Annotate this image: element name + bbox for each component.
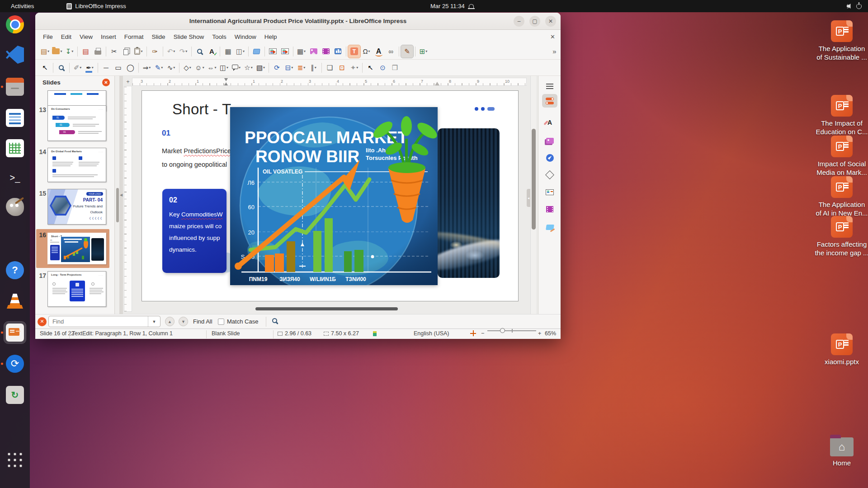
dock-app-grid[interactable] xyxy=(4,449,26,471)
desktop-icon-pptx-4[interactable]: PFactors affecting the income gap ... xyxy=(806,216,868,258)
insert-shape-button[interactable]: ⊞▾ xyxy=(417,45,429,58)
special-character-button[interactable]: Ω▾ xyxy=(360,45,373,58)
dock-terminal[interactable]: >_ xyxy=(4,167,26,188)
lines-and-arrows-button[interactable]: ⇒▾ xyxy=(141,61,153,74)
point-02-box[interactable]: 02 Key CommoditiesW maize prices will co… xyxy=(162,189,226,273)
menu-window[interactable]: Window xyxy=(231,32,260,42)
insert-media-button[interactable] xyxy=(320,45,332,58)
insert-text-box-button[interactable]: T xyxy=(348,45,360,58)
menu-slide-show[interactable]: Slide Show xyxy=(170,32,208,42)
zoom-out-icon[interactable]: − xyxy=(481,330,484,337)
new-presentation-button[interactable]: ▤▾ xyxy=(39,45,51,58)
status-signature[interactable] xyxy=(373,330,377,337)
save-button[interactable]: ↧▾ xyxy=(63,45,75,58)
desktop-icon-pptx-0[interactable]: PThe Application of Sustainable ... xyxy=(806,20,868,62)
zoom-percentage[interactable]: 65% xyxy=(545,330,556,337)
fit-slide-icon[interactable] xyxy=(470,330,476,337)
edit-points-button[interactable]: ↖ xyxy=(364,61,377,74)
window-titlebar[interactable]: International Agricultural Product Price… xyxy=(35,13,561,30)
ellipse-button[interactable]: ◯ xyxy=(124,61,137,74)
export-pdf-button[interactable]: ▤ xyxy=(80,45,92,58)
dock-files[interactable] xyxy=(4,76,26,98)
slide-thumbnail-14[interactable]: On Global Food Markets ···· xyxy=(47,148,106,182)
desktop-icon-home[interactable]: ⌂Home xyxy=(806,437,868,468)
find-previous-button[interactable]: ▲ xyxy=(165,317,175,326)
slide-thumbnail-15[interactable]: YOUR LOGO PART- 04 Future Trends and Out… xyxy=(47,189,106,225)
show-draw-functions-button[interactable]: ✎ xyxy=(401,45,413,58)
rotate-button[interactable]: ⟳ xyxy=(271,61,283,74)
open-button[interactable]: ▾ xyxy=(51,45,63,58)
system-status-menu[interactable] xyxy=(847,0,862,12)
display-views-button[interactable]: ◫▾ xyxy=(234,45,246,58)
sidebar-tab-gallery[interactable] xyxy=(542,134,557,147)
spelling-button[interactable]: A xyxy=(206,45,218,58)
menu-view[interactable]: View xyxy=(75,32,97,42)
city-night-image[interactable] xyxy=(438,128,500,278)
activities-button[interactable]: Activities xyxy=(11,3,34,9)
undo-button[interactable]: ↶▾ xyxy=(165,45,177,58)
slides-panel-scrollbar[interactable] xyxy=(115,76,119,314)
line-color-button[interactable]: ✒▾ xyxy=(84,61,96,74)
vertical-scrollbar[interactable] xyxy=(530,76,536,314)
focused-app-indicator[interactable]: LibreOffice Impress xyxy=(66,3,126,9)
find-input[interactable] xyxy=(49,318,148,325)
dock-chrome[interactable] xyxy=(4,14,26,35)
presentation-settings-button[interactable] xyxy=(279,45,291,58)
toolbar-overflow-button[interactable]: » xyxy=(548,45,561,58)
align-objects-button[interactable]: ⊟▾ xyxy=(283,61,295,74)
sidebar-tab-shapes[interactable] xyxy=(542,168,557,182)
vertical-ruler[interactable] xyxy=(124,86,132,312)
dock-writer[interactable] xyxy=(4,107,26,129)
menu-edit[interactable]: Edit xyxy=(57,32,75,42)
slide-canvas[interactable]: Short - T 01 Market PredictionsPrice to … xyxy=(142,90,519,301)
clock-menu[interactable]: Mar 25 11:34 xyxy=(430,0,474,12)
slides-panel-close-icon[interactable]: ✕ xyxy=(102,79,110,86)
insert-image-button[interactable] xyxy=(307,45,320,58)
dock-calc[interactable] xyxy=(4,137,26,159)
sidebar-tab-properties[interactable] xyxy=(542,94,557,108)
clone-formatting-button[interactable]: ✑ xyxy=(149,45,161,58)
market-growth-image[interactable]: PPOOCAIL MARKET RONOW BIIR lito .Ah Tors… xyxy=(230,107,438,285)
to-foreground-button[interactable]: ❒ xyxy=(389,61,401,74)
insert-chart-button[interactable] xyxy=(332,45,344,58)
zoom-in-icon[interactable]: + xyxy=(538,330,541,337)
horizontal-ruler[interactable]: 32112345678910 xyxy=(132,78,527,86)
zoom-slider[interactable] xyxy=(487,330,536,331)
shadow-button[interactable]: ❏ xyxy=(324,61,336,74)
crop-image-button[interactable]: ⊡ xyxy=(336,61,348,74)
slide-title-textbox[interactable]: Short - T xyxy=(172,101,231,118)
dock-gimp[interactable] xyxy=(4,196,26,218)
slide-thumbnail-16[interactable]: Short - T ···· 01 xyxy=(47,233,106,264)
dock-vscode[interactable] xyxy=(4,44,26,66)
dock-impress[interactable] xyxy=(4,322,26,343)
distribute-button[interactable]: ∥▾ xyxy=(307,61,320,74)
panel-splitter[interactable]: ◀ xyxy=(119,76,123,314)
desktop-icon-pptx-2[interactable]: PImpact of Social Media on Mark... xyxy=(806,136,868,177)
sidebar-tab-navigator[interactable] xyxy=(542,151,557,164)
match-case-checkbox[interactable] xyxy=(218,319,224,325)
gluepoints-button[interactable]: ⊙ xyxy=(377,61,389,74)
minimize-button[interactable]: – xyxy=(514,16,524,27)
print-button[interactable] xyxy=(92,45,104,58)
desktop-icon-pptx-3[interactable]: PThe Application of AI in New En... xyxy=(806,176,868,218)
slide-thumbnail-13[interactable]: On Consumers ···· 01. 02. 03. xyxy=(47,105,106,141)
menu-tools[interactable]: Tools xyxy=(208,32,231,42)
basic-shapes-button[interactable]: ◇▾ xyxy=(181,61,193,74)
find-history-dropdown-icon[interactable]: ▼ xyxy=(148,316,160,327)
find-all-label[interactable]: Find All xyxy=(193,318,212,325)
insert-table-button[interactable]: ▦▾ xyxy=(295,45,307,58)
rectangle-button[interactable]: ▭ xyxy=(112,61,124,74)
paste-button[interactable]: ▾ xyxy=(132,45,145,58)
connectors-button[interactable]: ∿▾ xyxy=(165,61,177,74)
start-slideshow-button[interactable] xyxy=(267,45,279,58)
callout-shapes-button[interactable]: ▾ xyxy=(230,61,242,74)
dock-thunderbird[interactable] xyxy=(4,228,26,249)
dock-trash[interactable]: ↻ xyxy=(4,384,26,406)
indent-marker[interactable] xyxy=(224,78,228,81)
sidebar-hide-tab[interactable]: ◄ xyxy=(527,189,530,207)
find-next-button[interactable]: ▼ xyxy=(179,317,188,326)
menu-insert[interactable]: Insert xyxy=(97,32,120,42)
slide-thumbnail-17[interactable]: Long - Term Projections ···· xyxy=(47,271,106,307)
3d-objects-button[interactable]: ▧▾ xyxy=(255,61,267,74)
copy-button[interactable] xyxy=(120,45,132,58)
